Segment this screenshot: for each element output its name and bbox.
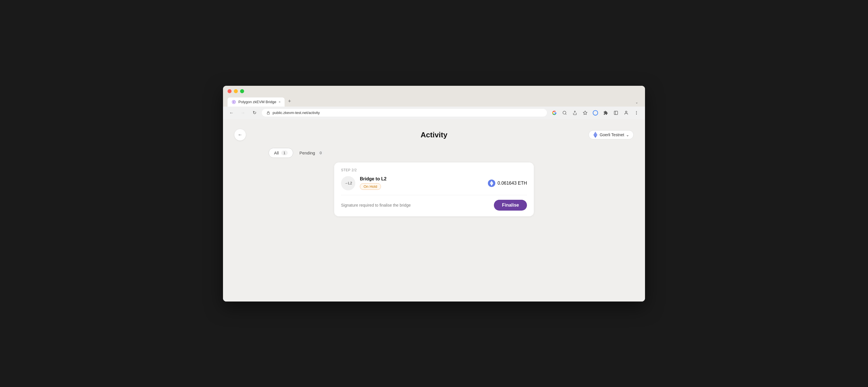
network-label: Goerli Testnet [600,132,624,137]
tab-all-label: All [274,151,279,155]
tab-all-count: 1 [281,151,288,155]
svg-point-6 [593,110,598,115]
tabs-row: Polygon zkEVM Bridge × + ⌄ [227,96,641,106]
activity-row: →L2 Bridge to L2 On Hold 0.061643 ETH [341,176,527,190]
traffic-light-yellow[interactable] [234,89,238,93]
finalise-button[interactable]: Finalise [494,200,527,211]
svg-rect-1 [267,112,270,114]
browser-actions [550,109,641,117]
url-text: public.zkevm-test.net/activity [273,110,320,115]
menu-btn[interactable] [632,109,641,117]
tab-title: Polygon zkEVM Bridge [238,100,276,104]
profile-ring-btn[interactable] [591,109,599,117]
network-chevron: ⌄ [626,132,629,137]
tab-pending-label: Pending [300,151,315,155]
tab-all[interactable]: All 1 [269,148,293,158]
nav-reload-btn[interactable]: ↻ [250,109,258,117]
page-title: Activity [421,131,447,139]
address-bar: ← → ↻ public.zkevm-test.net/activity [223,106,645,119]
tab-pending[interactable]: Pending 0 [294,148,329,158]
tab-pending-count: 0 [317,151,324,155]
tab-favicon [231,100,236,104]
bookmark-btn[interactable] [581,109,589,117]
traffic-light-green[interactable] [240,89,244,93]
svg-point-9 [625,111,627,112]
traffic-light-red[interactable] [227,89,231,93]
tab-close-btn[interactable]: × [279,100,281,104]
page-header: ← Activity Goerli Testnet ⌄ [235,125,633,148]
google-btn[interactable] [550,109,558,117]
traffic-lights [227,89,641,93]
activity-title: Bridge to L2 [360,176,483,182]
network-selector[interactable]: Goerli Testnet ⌄ [589,130,633,139]
sidebar-btn[interactable] [612,109,620,117]
amount-row: 0.061643 ETH [488,180,527,187]
back-button[interactable]: ← [235,129,246,140]
svg-point-10 [636,111,637,112]
svg-point-11 [636,112,637,113]
eth-icon [593,132,598,137]
user-btn[interactable] [622,109,630,117]
browser-window: Polygon zkEVM Bridge × + ⌄ ← → ↻ public.… [223,86,645,301]
step-label: STEP 2/2 [341,168,527,172]
svg-marker-5 [583,111,587,115]
svg-rect-7 [614,111,618,115]
divider [341,195,527,195]
new-tab-btn[interactable]: + [286,96,293,106]
tab-list-chevron[interactable]: ⌄ [633,98,641,106]
finalise-row: Signature required to finalise the bridg… [341,200,527,211]
share-btn[interactable] [571,109,579,117]
active-tab[interactable]: Polygon zkEVM Bridge × [227,97,285,106]
extension-btn[interactable] [602,109,610,117]
title-bar: Polygon zkEVM Bridge × + ⌄ [223,86,645,106]
status-badge: On Hold [360,183,381,190]
search-btn[interactable] [561,109,568,117]
address-input[interactable]: public.zkevm-test.net/activity [262,109,547,117]
lock-icon [266,111,270,115]
nav-back-btn[interactable]: ← [227,109,236,117]
filter-tabs: All 1 Pending 0 [235,148,633,158]
page-content: ← Activity Goerli Testnet ⌄ All 1 Pen [223,119,645,301]
activity-amount: 0.061643 ETH [498,181,527,186]
activity-card: STEP 2/2 →L2 Bridge to L2 On Hold 0.0616… [334,162,534,216]
activity-info: Bridge to L2 On Hold [360,176,483,190]
nav-forward-btn[interactable]: → [239,109,247,117]
eth-token-icon [488,180,495,187]
svg-point-2 [563,111,566,114]
svg-line-3 [565,114,566,115]
bridge-direction-icon: →L2 [341,176,355,190]
svg-point-12 [636,114,637,115]
finalise-hint: Signature required to finalise the bridg… [341,203,411,207]
